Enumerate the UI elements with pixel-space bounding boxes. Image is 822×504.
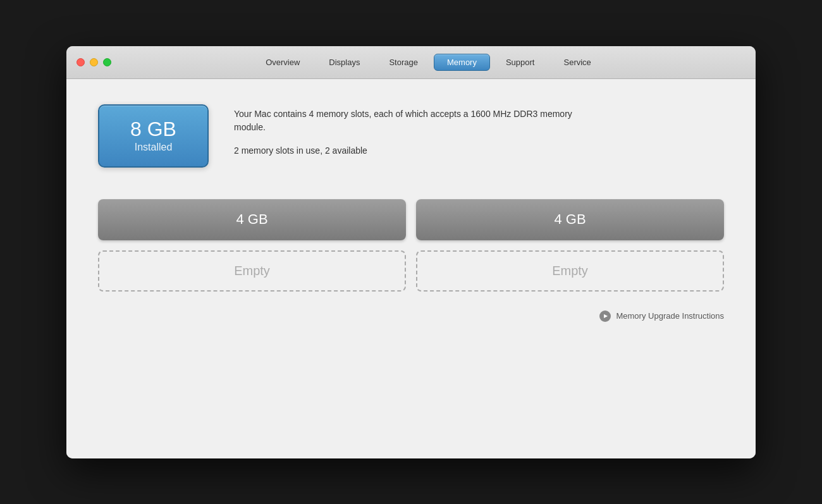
arrow-circle-icon xyxy=(599,310,611,322)
slot-3-label: Empty xyxy=(234,264,270,278)
memory-slot-1: 4 GB xyxy=(98,199,406,240)
memory-slot-3: Empty xyxy=(98,250,406,292)
memory-description: Your Mac contains 4 memory slots, each o… xyxy=(234,108,588,134)
tab-displays[interactable]: Displays xyxy=(316,54,373,71)
titlebar: Overview Displays Storage Memory Support… xyxy=(66,46,756,79)
memory-slots-status: 2 memory slots in use, 2 available xyxy=(234,145,588,156)
slot-1-label: 4 GB xyxy=(236,211,267,228)
memory-slot-2: 4 GB xyxy=(416,199,724,240)
top-section: 8 GB Installed Your Mac contains 4 memor… xyxy=(98,104,724,168)
memory-info: Your Mac contains 4 memory slots, each o… xyxy=(234,104,588,156)
traffic-lights xyxy=(77,58,111,66)
footer: Memory Upgrade Instructions xyxy=(98,310,724,322)
maximize-button[interactable] xyxy=(103,58,111,66)
upgrade-link-label: Memory Upgrade Instructions xyxy=(616,311,724,321)
memory-installed-label: Installed xyxy=(135,142,173,153)
minimize-button[interactable] xyxy=(90,58,98,66)
slots-grid: 4 GB 4 GB Empty Empty xyxy=(98,199,724,292)
slot-4-label: Empty xyxy=(552,264,588,278)
tab-bar: Overview Displays Storage Memory Support… xyxy=(252,54,604,71)
tab-support[interactable]: Support xyxy=(493,54,548,71)
content-area: 8 GB Installed Your Mac contains 4 memor… xyxy=(66,79,756,458)
tab-memory[interactable]: Memory xyxy=(434,54,490,71)
memory-upgrade-link[interactable]: Memory Upgrade Instructions xyxy=(599,310,724,322)
tab-service[interactable]: Service xyxy=(551,54,604,71)
close-button[interactable] xyxy=(77,58,85,66)
slot-2-label: 4 GB xyxy=(554,211,586,228)
main-window: Overview Displays Storage Memory Support… xyxy=(66,46,756,458)
memory-badge: 8 GB Installed xyxy=(98,104,209,168)
memory-slot-4: Empty xyxy=(416,250,724,292)
tab-overview[interactable]: Overview xyxy=(252,54,313,71)
tab-storage[interactable]: Storage xyxy=(376,54,431,71)
memory-size: 8 GB xyxy=(130,118,176,140)
